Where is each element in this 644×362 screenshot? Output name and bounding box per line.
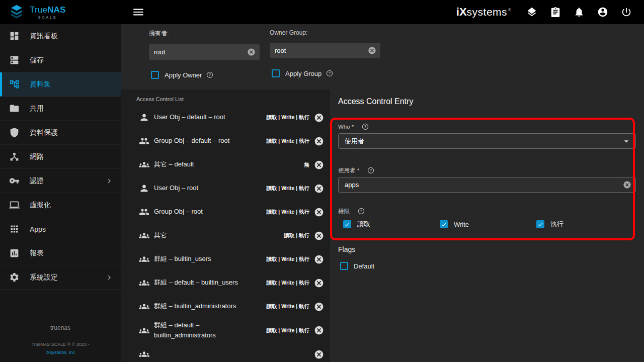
user-label-row: 使用者 * ? [338,167,636,174]
help-icon[interactable]: ? [206,71,213,78]
acl-entry[interactable]: 群組 – builtin_users讀取 | Write | 執行 [121,247,330,271]
remove-entry-icon[interactable] [314,207,324,217]
group-icon [139,207,149,217]
storage-icon [9,55,20,65]
owner-group-field-group: Owner Group: Apply Group ? [270,29,380,79]
sidebar-item-storage[interactable]: 儲存 [0,48,121,72]
apps-icon [9,224,20,234]
acl-entry[interactable] [121,342,330,362]
remove-entry-icon[interactable] [314,325,324,335]
dashboard-icon [9,31,20,41]
sidebar-item-virtualization[interactable]: 虛擬化 [0,193,121,217]
apply-group-checkbox[interactable] [272,69,280,77]
default-checkbox[interactable] [340,262,348,270]
sidebar-item-credentials[interactable]: 認證 [0,169,121,193]
user-icon [139,112,149,123]
permission-checkbox[interactable] [536,220,544,228]
acl-entry[interactable]: 群組 – builtin_administrators讀取 | Write | … [121,295,330,318]
acl-entry-name: 群組 – default – builtin_administrators [154,320,229,340]
truenas-logo[interactable]: TrueNAS SCALE [0,0,121,24]
owner-label: 擁有者: [149,29,260,38]
permission-label: 執行 [550,220,564,229]
remove-entry-icon[interactable] [314,231,324,241]
clear-user-icon[interactable] [623,180,631,189]
acl-entry[interactable]: Group Obj – default – root讀取 | Write | 執… [121,129,330,153]
sidebar-item-apps[interactable]: Apps [0,217,121,241]
jobs-button[interactable] [550,7,561,18]
sidebar-item-dashboard[interactable]: 資訊看板 [0,24,121,48]
sidebar-item-data-protection[interactable]: 資料保護 [0,121,121,145]
sidebar-item-reports[interactable]: 報表 [0,241,121,265]
sidebar-item-label: 資料保護 [30,128,58,137]
remove-entry-icon[interactable] [314,254,324,264]
ixsystems-logo: iX systems ® [456,6,511,19]
clear-owner-icon[interactable] [247,48,256,56]
remove-entry-icon[interactable] [314,278,324,288]
owner-input[interactable] [154,48,244,56]
owner-field [149,44,260,60]
power-button[interactable] [621,7,632,18]
groups-icon [139,349,149,359]
permissions-label-row: 權限 ? [338,208,636,215]
menu-icon[interactable] [132,6,145,19]
help-icon[interactable]: ? [358,208,365,215]
acl-entry[interactable]: 其它讀取 | 執行 [121,224,330,247]
groups-icon [139,301,149,312]
brand-name: TrueNAS [30,6,66,14]
sidebar-item-label: 虛擬化 [30,201,51,210]
sidebar-item-label: 網路 [30,152,44,161]
sidebar-item-network[interactable]: 網路 [0,145,121,169]
who-select[interactable]: 使用者 [338,133,636,149]
user-input[interactable] [345,181,620,189]
account-button[interactable] [597,7,608,18]
groups-icon [139,230,149,241]
sidebar-item-shares[interactable]: 共用 [0,97,121,121]
acl-entry-permissions: 讀取 | Write | 執行 [266,255,309,263]
apply-owner-checkbox[interactable] [151,71,159,79]
remove-entry-icon[interactable] [314,302,324,312]
permissions-label: 權限 [338,208,350,215]
acl-entry[interactable]: 群組 – default – builtin_administrators讀取 … [121,318,330,342]
apply-owner-label: Apply Owner [165,71,202,79]
acl-entry[interactable]: 其它 – default無 [121,153,330,176]
clear-owner-group-icon[interactable] [368,46,376,55]
permission-label: Write [454,221,469,228]
truecommand-button[interactable] [526,7,537,18]
sidebar-item-label: 資料集 [30,80,51,89]
ixsystems-link[interactable]: iXsystems, Inc [0,350,121,355]
help-icon[interactable]: ? [367,167,374,174]
remove-entry-icon[interactable] [314,136,324,146]
help-icon[interactable]: ? [362,123,369,130]
sidebar-item-label: 資訊看板 [30,32,58,41]
ix-logo-prefix: iX [456,6,467,19]
main-content: 擁有者: Apply Owner ? Owner Group: Apply Gr… [121,24,644,362]
groups-icon [139,278,149,288]
power-icon [621,7,632,18]
acl-entry[interactable]: 群組 – default – builtin_users讀取 | Write |… [121,271,330,295]
acl-entry-name: Group Obj – default – root [154,136,229,146]
ace-title: Access Control Entry [338,97,636,107]
acl-entry-name: 其它 – default [154,159,194,169]
acl-entry[interactable]: User Obj – default – root讀取 | Write | 執行 [121,106,330,129]
permission-label: 讀取 [357,220,370,229]
permission-checkbox[interactable] [343,220,351,228]
apply-group-row: Apply Group ? [272,69,380,77]
acl-list-title: Access Control List [121,89,330,106]
acl-entry[interactable]: User Obj – root讀取 | Write | 執行 [121,176,330,200]
default-label: Default [354,262,374,270]
owner-group-input[interactable] [275,47,365,54]
remove-entry-icon[interactable] [314,113,324,123]
notifications-button[interactable] [574,7,585,18]
user-icon [139,183,149,194]
permission-checkbox[interactable] [440,220,448,228]
remove-entry-icon[interactable] [314,349,324,359]
remove-entry-icon[interactable] [314,184,324,194]
acl-entry[interactable]: Group Obj – root讀取 | Write | 執行 [121,200,330,224]
sidebar-footer: truenas TrueNAS SCALE ® © 2023 - iXsyste… [0,324,121,362]
remove-entry-icon[interactable] [314,160,324,170]
acl-entry-permissions: 讀取 | Write | 執行 [266,137,309,145]
chevron-right-icon [105,176,114,186]
sidebar-item-system-settings[interactable]: 系統設定 [0,265,121,290]
sidebar-item-datasets[interactable]: 資料集 [0,72,121,97]
help-icon[interactable]: ? [326,70,333,77]
